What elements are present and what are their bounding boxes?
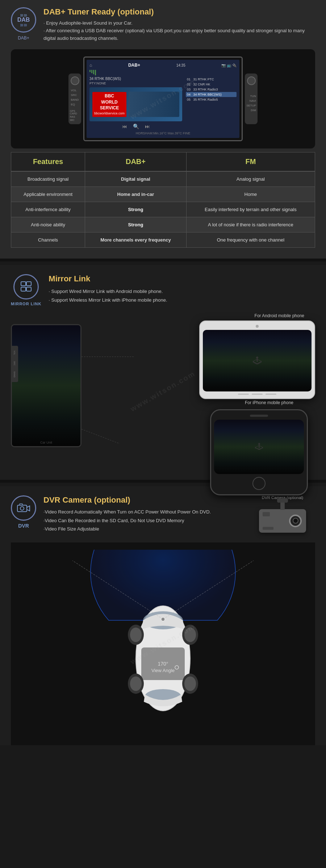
comparison-table-wrap: Features DAB+ FM Broadcasting signal Dig…	[11, 152, 315, 248]
device-status: HORSHAM:Min.16°C Max.39°C FINE	[89, 131, 237, 135]
device-pty: PTY:NONE	[89, 81, 182, 85]
dab-desc2: · After connecting a USB DAB receiver (o…	[43, 27, 315, 42]
svg-point-18	[130, 628, 142, 642]
svg-rect-8	[17, 505, 27, 512]
row1-feature: Broadcasting signal	[11, 171, 85, 187]
screen-time: 14:35	[176, 63, 185, 67]
bbc-line2: WORLD	[94, 99, 125, 105]
table-row: Anti-noise ability Strong A lot of nosie…	[11, 217, 315, 232]
iphone: 🕹	[210, 409, 308, 495]
svg-text:170°: 170°	[158, 661, 168, 667]
dab-device-area: www.witson.com VOL SRC BAND EQ GPS CARD …	[11, 49, 315, 148]
svg-rect-11	[20, 504, 22, 505]
dab-icon-label: DAB+	[18, 35, 29, 41]
screen-title: DAB+	[128, 63, 140, 68]
mirror-info: Mirror Link · Support Wired Mirror Link …	[49, 274, 167, 304]
watermark-mirror: www.witson.com	[129, 369, 197, 414]
table-row: Applicable environment Home and in-car H…	[11, 187, 315, 202]
dvr-icon	[11, 495, 36, 521]
row4-dab: Strong	[85, 217, 187, 232]
row4-feature: Anti-noise ability	[11, 217, 85, 232]
car-top-view: www.witson.com	[11, 542, 315, 745]
android-phone: 🕹	[199, 320, 315, 399]
android-phone-label: For Android mobile phone	[255, 313, 304, 318]
row1-fm: Analog signal	[186, 171, 315, 187]
mirror-icon-label: MIRROR LINK	[11, 302, 41, 306]
dvr-title: DVR Camera (optional)	[43, 495, 211, 505]
mirror-header: MIRROR LINK Mirror Link · Support Wired …	[11, 274, 315, 306]
mirror-svg	[20, 280, 33, 293]
dab-header: ))) ))) DAB ))) ))) DAB+ DAB+ Tuner Read…	[11, 7, 315, 42]
bbc-line3: SERVICE	[94, 105, 125, 111]
dab-icon: ))) ))) DAB ))) )))	[11, 7, 36, 33]
mirror-icon-wrap: MIRROR LINK	[11, 274, 41, 306]
row5-dab: More channels every frequency	[85, 232, 187, 248]
row2-fm: Home	[186, 187, 315, 202]
dvr-icon-wrap: DVR	[11, 495, 36, 529]
dab-section: ))) ))) DAB ))) ))) DAB+ DAB+ Tuner Read…	[0, 0, 326, 259]
bbc-url: bbcworldservice.com	[94, 111, 125, 116]
svg-rect-1	[26, 282, 31, 286]
svg-point-24	[184, 676, 196, 691]
mirror-title: Mirror Link	[49, 274, 167, 284]
dvr-camera-image-area: DVR Camera (optional)	[250, 495, 315, 539]
svg-marker-10	[27, 506, 30, 511]
row4-fm: A lot of nosie if there is radio interfe…	[186, 217, 315, 232]
mirror-desc1: · Support Wired Mirror Link with Android…	[49, 287, 167, 295]
row1-dab: Digital signal	[85, 171, 187, 187]
dvr-info: DVR Camera (optional) ·Video Record Auto…	[43, 495, 211, 533]
next-button[interactable]: ⏭	[145, 123, 150, 129]
dab-info: DAB+ Tuner Ready (optional) · Enjoy Audi…	[43, 7, 315, 42]
dvr-header: DVR DVR Camera (optional) ·Video Record …	[11, 495, 243, 533]
section-divider-1	[0, 259, 326, 261]
car-top-svg: 170° View Angle	[36, 550, 290, 738]
dvr-section: DVR DVR Camera (optional) ·Video Record …	[0, 486, 326, 745]
dvr-desc2: ·Video Can Be Recorded in the SD Card, D…	[43, 516, 211, 525]
table-row: Broadcasting signal Digital signal Analo…	[11, 171, 315, 187]
iphone-label: For iPhone mobile phone	[245, 400, 293, 405]
svg-rect-0	[21, 282, 26, 286]
header-dab: DAB+	[85, 152, 187, 172]
header-fm: FM	[186, 152, 315, 172]
svg-point-20	[184, 628, 196, 642]
row2-dab: Home and in-car	[85, 187, 187, 202]
row3-dab: Strong	[85, 202, 187, 217]
row2-feature: Applicable environment	[11, 187, 85, 202]
dvr-desc1: ·Video Record Automatically When Turn on…	[43, 508, 211, 516]
bbc-line1: BBC	[94, 93, 125, 99]
comparison-table: Features DAB+ FM Broadcasting signal Dig…	[11, 152, 315, 248]
table-row: Anti-interfernce ability Strong Easily i…	[11, 202, 315, 217]
prev-button[interactable]: ⏮	[122, 123, 127, 129]
svg-rect-3	[26, 287, 31, 291]
dvr-icon-label: DVR	[18, 523, 29, 529]
row3-feature: Anti-interfernce ability	[11, 202, 85, 217]
svg-line-7	[82, 429, 120, 444]
search-button[interactable]: 🔍	[133, 123, 139, 129]
svg-point-9	[20, 507, 24, 510]
svg-text:View Angle: View Angle	[151, 668, 175, 673]
header-features: Features	[11, 152, 85, 172]
mirror-desc2: · Support Wireless Mirror Link with iPho…	[49, 296, 167, 304]
mirror-section: MIRROR LINK Mirror Link · Support Wired …	[0, 265, 326, 480]
row5-feature: Channels	[11, 232, 85, 248]
dvr-desc3: ·Video File Size Adjustable	[43, 525, 211, 533]
mirror-link-icon	[13, 274, 39, 299]
dab-desc1: · Enjoy Audiophile-level Sound in your C…	[43, 20, 315, 27]
row5-fm: One frequency with one channel	[186, 232, 315, 248]
svg-rect-2	[21, 287, 26, 291]
table-row: Channels More channels every frequency O…	[11, 232, 315, 248]
dab-title: DAB+ Tuner Ready (optional)	[43, 7, 315, 17]
device-station: 34 RTHK BBC(WS)	[89, 77, 182, 81]
row3-fm: Easily interfered by terrain and other s…	[186, 202, 315, 217]
svg-point-22	[130, 676, 142, 691]
camera-svg	[17, 502, 30, 514]
